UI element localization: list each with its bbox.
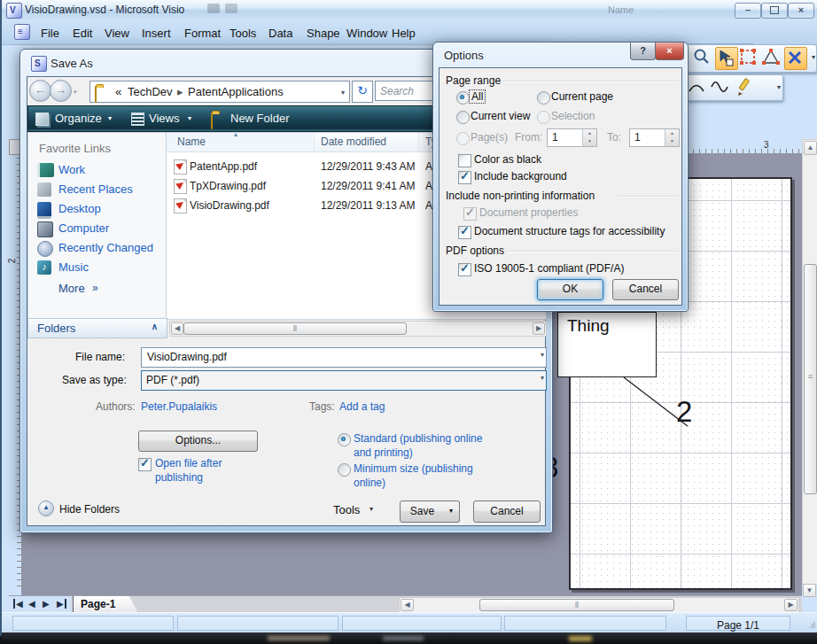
hide-folders-button[interactable]: Hide Folders <box>59 503 120 516</box>
close-button[interactable]: × <box>788 3 814 19</box>
menu-data[interactable]: Data <box>265 25 296 42</box>
close-button[interactable]: × <box>655 43 684 60</box>
maximize-button[interactable] <box>761 3 788 19</box>
vertical-scrollbar[interactable]: ▲ ≡ <box>802 139 817 585</box>
breadcrumb-techdev[interactable]: TechDev <box>128 85 173 98</box>
list-horizontal-scrollbar[interactable]: ◀ ⦀ ▶ <box>169 321 547 337</box>
scroll-left-icon[interactable]: ◀ <box>401 599 414 611</box>
cancel-button[interactable]: Cancel <box>612 279 679 300</box>
menu-view[interactable]: View <box>101 25 133 42</box>
menu-format[interactable]: Format <box>181 25 224 42</box>
save-type-combo[interactable]: PDF (*.pdf) ▾ <box>141 370 547 391</box>
freeform-tool-icon[interactable] <box>710 77 731 98</box>
last-page-icon[interactable]: ▶ <box>57 599 66 609</box>
combo-dropdown-icon[interactable]: ▾ <box>541 351 544 359</box>
breadcrumb-patentapplications[interactable]: PatentApplications <box>188 85 284 98</box>
menu-insert[interactable]: Insert <box>138 25 175 42</box>
horizontal-scrollbar[interactable]: ◀ ⦀ ▶ <box>399 597 799 613</box>
organize-dropdown-icon[interactable]: ▾ <box>108 114 112 122</box>
first-page-icon[interactable]: ◀ <box>13 599 23 609</box>
crumb-overflow-icon[interactable]: « <box>115 85 121 98</box>
sidebar-item-recent-places[interactable]: Recent Places <box>58 182 133 196</box>
minimize-button[interactable]: – <box>735 3 761 19</box>
current-page-label[interactable]: Current page <box>551 90 613 103</box>
arc-tool-icon[interactable] <box>687 77 708 98</box>
sidebar-item-work[interactable]: Work <box>58 163 85 176</box>
scroll-left-icon[interactable]: ◀ <box>171 322 183 335</box>
selection-rect-icon[interactable] <box>738 47 759 68</box>
menu-edit[interactable]: Edit <box>69 25 96 42</box>
from-spinner[interactable]: 1 ▲▼ <box>547 128 597 147</box>
next-page-icon[interactable]: ▶ <box>43 599 50 609</box>
ok-button[interactable]: OK <box>537 279 603 300</box>
views-dropdown-icon[interactable]: ▾ <box>188 114 191 122</box>
save-button[interactable]: Save <box>400 500 445 523</box>
options-button[interactable]: Options... <box>138 431 258 452</box>
minimum-radio[interactable] <box>338 463 351 477</box>
sidebar-item-desktop[interactable]: Desktop <box>58 202 101 215</box>
connection-point-tool-icon[interactable] <box>784 47 807 70</box>
spinner-arrows-icon[interactable]: ▲▼ <box>665 129 679 146</box>
tags-add-link[interactable]: Add a tag <box>339 400 385 413</box>
iso-compliant-label[interactable]: ISO 19005-1 compliant (PDF/A) <box>474 262 624 275</box>
address-dropdown-icon[interactable]: ▾ <box>341 89 345 97</box>
menu-tools[interactable]: Tools <box>226 25 260 42</box>
menu-file[interactable]: File <box>37 25 63 42</box>
folders-bar[interactable]: Folders ∧ <box>27 318 167 338</box>
current-view-radio[interactable] <box>456 111 470 124</box>
spinner-arrows-icon[interactable]: ▲▼ <box>582 129 596 146</box>
current-view-label[interactable]: Current view <box>471 110 530 122</box>
column-header-modified[interactable]: Date modified <box>314 133 419 151</box>
prev-page-icon[interactable]: ◀ <box>28 599 35 609</box>
address-bar[interactable]: « TechDev ▸ PatentApplications ▾ <box>89 81 350 103</box>
thing-shape[interactable]: Thing <box>557 312 657 377</box>
triangle-tool-icon[interactable] <box>761 47 782 68</box>
hide-folders-icon[interactable]: ▲ <box>38 500 54 516</box>
toolbar-overflow-icon[interactable]: ▾ <box>777 83 781 91</box>
menu-help[interactable]: Help <box>388 25 419 42</box>
save-split-dropdown-icon[interactable]: ▾ <box>443 500 460 523</box>
include-background-label[interactable]: Include background <box>474 170 567 182</box>
zoom-tool-icon[interactable] <box>692 47 713 68</box>
minimum-radio-label[interactable]: Minimum size (publishing online) <box>354 462 486 490</box>
back-button[interactable]: ← <box>29 80 51 102</box>
recent-pages-icon[interactable]: ▾ <box>74 89 77 96</box>
cancel-button[interactable]: Cancel <box>473 500 541 523</box>
organize-button[interactable]: Organize <box>55 112 102 125</box>
file-name-combo[interactable]: ▾ <box>141 347 547 368</box>
menu-window[interactable]: Window <box>343 25 391 42</box>
to-spinner[interactable]: 1 ▲▼ <box>629 128 680 147</box>
refresh-button[interactable]: ↻ <box>352 81 373 103</box>
combo-dropdown-icon[interactable]: ▾ <box>541 374 544 382</box>
sidebar-item-computer[interactable]: Computer <box>58 221 109 235</box>
pointer-tool-icon[interactable] <box>715 47 738 70</box>
tools-dropdown-icon[interactable]: ▾ <box>370 505 373 513</box>
toolbar-overflow-icon[interactable]: ▾ <box>812 53 815 61</box>
sidebar-more-link[interactable]: More <box>58 282 85 295</box>
scroll-up-icon[interactable]: ▲ <box>804 141 817 155</box>
all-radio-label[interactable]: All <box>470 90 485 103</box>
scroll-down-icon[interactable]: ▼ <box>803 584 816 597</box>
resize-grip[interactable]: .ıl <box>809 622 815 630</box>
current-page-radio[interactable] <box>537 91 550 105</box>
standard-radio-label[interactable]: Standard (publishing online and printing… <box>354 431 486 460</box>
new-folder-button[interactable]: New Folder <box>230 112 289 125</box>
sidebar-item-recently-changed[interactable]: Recently Changed <box>58 241 153 254</box>
file-name-input[interactable] <box>145 350 521 364</box>
forward-button[interactable]: → <box>50 80 72 102</box>
document-structure-label[interactable]: Document structure tags for accessibilit… <box>474 225 665 237</box>
include-background-checkbox[interactable] <box>458 171 471 184</box>
column-header-name[interactable]: Name ▴ <box>167 133 315 151</box>
vertical-scroll-thumb[interactable]: ≡ <box>804 264 817 494</box>
iso-compliant-checkbox[interactable] <box>458 263 471 276</box>
help-button[interactable]: ? <box>630 43 656 60</box>
authors-value-link[interactable]: Peter.Pupalaikis <box>141 400 217 413</box>
document-structure-checkbox[interactable] <box>458 226 471 239</box>
standard-radio[interactable] <box>338 433 351 446</box>
scroll-right-icon[interactable]: ▶ <box>784 599 798 611</box>
views-button[interactable]: Views <box>149 112 179 125</box>
callout-number-2[interactable]: 2 <box>676 395 692 429</box>
color-as-black-checkbox[interactable] <box>458 154 471 167</box>
horizontal-scroll-thumb[interactable]: ⦀ <box>479 599 674 611</box>
pencil-tool-icon[interactable] <box>735 77 756 98</box>
